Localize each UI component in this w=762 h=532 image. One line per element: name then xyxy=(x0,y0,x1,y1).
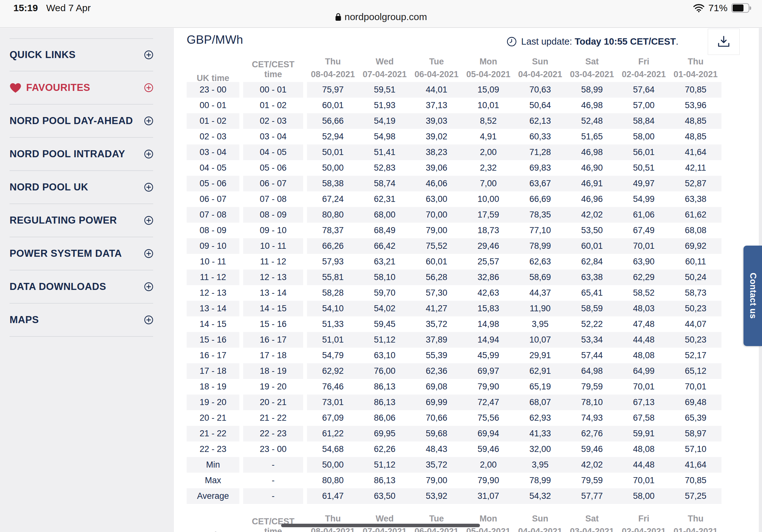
table-row: 05 - 0606 - 0758,3858,7446,067,0063,6746… xyxy=(187,176,722,191)
cell-price: 15,09 xyxy=(462,82,514,98)
cell-price: 65,41 xyxy=(566,285,618,301)
cell-price: 70,63 xyxy=(514,82,566,98)
cell-price: 71,28 xyxy=(514,145,566,160)
sidebar-item[interactable]: FAVOURITES xyxy=(10,71,153,104)
sidebar-item[interactable]: NORD POOL INTRADAY xyxy=(10,138,153,171)
cell-uk-time: 22 - 23 xyxy=(187,441,239,457)
cell-price: 46,90 xyxy=(566,160,618,176)
table-row: Max-80,8086,1379,0079,9078,9979,5970,017… xyxy=(187,473,722,488)
cell-cet-time: 19 - 20 xyxy=(243,379,303,395)
cell-price: 69,99 xyxy=(411,395,462,410)
cell-price: 61,62 xyxy=(670,207,722,223)
cell-uk-time: 17 - 18 xyxy=(187,363,239,379)
header-day-column: Sun04-04-2021 xyxy=(514,57,566,79)
header-day-name: Thu xyxy=(307,514,359,524)
cell-price: 3,95 xyxy=(514,457,566,473)
sidebar-item[interactable]: NORD POOL UK xyxy=(10,171,153,204)
cell-price: 63,90 xyxy=(618,254,669,270)
header-day-date: 08-04-2021 xyxy=(307,527,359,532)
download-button[interactable] xyxy=(708,29,740,55)
header-day-name: Tue xyxy=(411,514,462,524)
plus-circle-icon[interactable] xyxy=(144,282,153,291)
cell-uk-time: 03 - 04 xyxy=(187,145,239,160)
address-bar[interactable]: nordpoolgroup.com xyxy=(0,12,762,22)
sidebar-item-label: NORD POOL DAY-AHEAD xyxy=(10,115,133,127)
cell-price: 66,26 xyxy=(307,238,359,254)
cell-uk-time: 10 - 11 xyxy=(187,254,239,270)
sidebar-item[interactable]: REGULATING POWER xyxy=(10,204,153,237)
cell-cet-time: 06 - 07 xyxy=(243,176,303,191)
cell-price: 55,39 xyxy=(411,348,462,363)
cell-price: 57,00 xyxy=(618,98,669,113)
cell-price: 2,32 xyxy=(462,160,514,176)
sidebar-item[interactable]: DATA DOWNLOADS xyxy=(10,270,153,303)
cell-price: 54,19 xyxy=(359,113,410,129)
sidebar-item[interactable]: QUICK LINKS xyxy=(10,38,153,71)
cell-price: 52,94 xyxy=(307,129,359,145)
cell-price: 53,96 xyxy=(670,98,722,113)
cell-price: 69,92 xyxy=(670,238,722,254)
cell-price: 56,28 xyxy=(411,270,462,285)
cell-price: 75,56 xyxy=(462,410,514,426)
plus-circle-icon[interactable] xyxy=(144,216,153,225)
header-day-column: Thu08-04-2021 xyxy=(307,57,359,79)
table-row: 11 - 1212 - 1355,8158,1056,2832,8658,696… xyxy=(187,270,722,285)
header-day-column: Tue06-04-2021 xyxy=(411,514,462,532)
plus-circle-icon[interactable] xyxy=(144,150,153,159)
contact-us-tab[interactable]: Contact us xyxy=(743,245,762,346)
cell-price: 79,00 xyxy=(411,223,462,238)
cell-price: 86,13 xyxy=(359,473,410,488)
plus-circle-icon[interactable] xyxy=(144,83,153,92)
header-day-name: Thu xyxy=(670,514,722,524)
cell-uk-time: 02 - 03 xyxy=(187,129,239,145)
table-row: 09 - 1010 - 1166,2666,4275,5229,4678,996… xyxy=(187,238,722,254)
table-row: 21 - 2222 - 2361,2269,9559,6869,9441,336… xyxy=(187,426,722,441)
cell-price: 66,42 xyxy=(359,238,410,254)
cell-price: 44,01 xyxy=(411,82,462,98)
sidebar-item[interactable]: POWER SYSTEM DATA xyxy=(10,237,153,270)
cell-price: 79,59 xyxy=(566,473,618,488)
cell-price: 69,08 xyxy=(411,379,462,395)
header-day-date: 05-04-2021 xyxy=(462,70,514,79)
cell-price: 75,52 xyxy=(411,238,462,254)
cell-price: 62,76 xyxy=(566,426,618,441)
sidebar-item[interactable]: NORD POOL DAY-AHEAD xyxy=(10,104,153,138)
cell-price: 66,69 xyxy=(514,191,566,207)
table-row: 19 - 2020 - 2173,0186,1369,9972,4768,077… xyxy=(187,395,722,410)
sidebar: QUICK LINKS FAVOURITES NORD POOL DAY xyxy=(0,28,174,532)
cell-cet-time: 12 - 13 xyxy=(243,270,303,285)
cell-price: 32,86 xyxy=(462,270,514,285)
cell-price: 10,01 xyxy=(462,98,514,113)
table-row: Average-61,4763,5053,9231,0754,3257,7758… xyxy=(187,488,722,504)
plus-circle-icon[interactable] xyxy=(144,315,153,324)
cell-uk-time: 09 - 10 xyxy=(187,238,239,254)
cell-price: 60,11 xyxy=(670,254,722,270)
sidebar-item[interactable]: MAPS xyxy=(10,303,153,337)
cell-cet-time: 05 - 06 xyxy=(243,160,303,176)
plus-circle-icon[interactable] xyxy=(144,50,153,59)
table-row: 16 - 1717 - 1854,7963,1055,3945,9929,915… xyxy=(187,348,722,363)
horizontal-scrollbar[interactable] xyxy=(281,524,480,527)
cell-price: 37,89 xyxy=(411,332,462,348)
plus-circle-icon[interactable] xyxy=(144,249,153,258)
sidebar-item-label: QUICK LINKS xyxy=(10,49,76,61)
cell-uk-time: Max xyxy=(187,473,239,488)
cell-price: 62,93 xyxy=(514,410,566,426)
cell-price: 35,72 xyxy=(411,316,462,332)
sidebar-item-label: REGULATING POWER xyxy=(10,215,117,226)
cell-price: 53,92 xyxy=(411,488,462,504)
cell-price: 18,73 xyxy=(462,223,514,238)
cell-price: 53,50 xyxy=(566,223,618,238)
cell-price: 68,00 xyxy=(359,207,410,223)
cell-price: 52,83 xyxy=(359,160,410,176)
plus-circle-icon[interactable] xyxy=(144,183,153,192)
cell-price: 73,01 xyxy=(307,395,359,410)
cell-price: 57,93 xyxy=(307,254,359,270)
header-day-name: Sun xyxy=(514,57,566,67)
cell-price: 54,79 xyxy=(307,348,359,363)
plus-circle-icon[interactable] xyxy=(144,116,153,125)
cell-price: 76,46 xyxy=(307,379,359,395)
cell-price: 50,00 xyxy=(307,160,359,176)
header-day-date: 06-04-2021 xyxy=(411,527,462,532)
header-day-name: Fri xyxy=(618,57,669,67)
